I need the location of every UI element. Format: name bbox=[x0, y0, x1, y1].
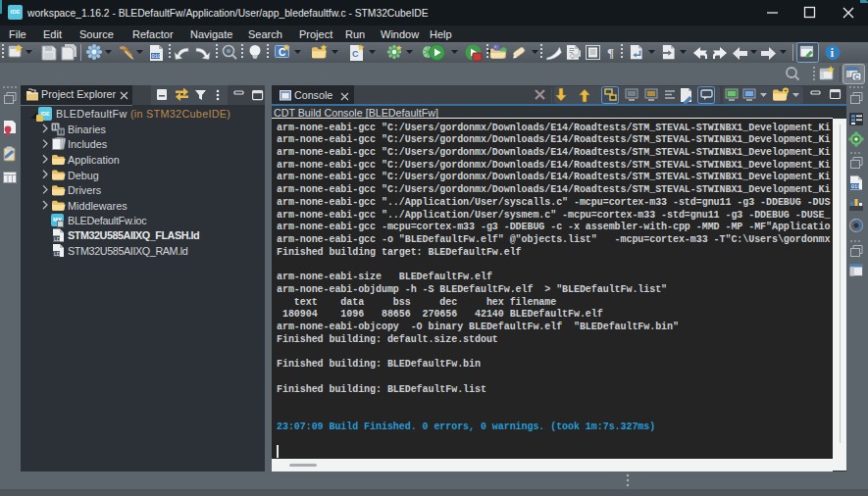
svg-text:C: C bbox=[279, 47, 285, 58]
svg-text:LD: LD bbox=[54, 236, 61, 242]
svg-text:010: 010 bbox=[152, 53, 162, 60]
svg-text:C: C bbox=[854, 74, 859, 80]
svg-text:010: 010 bbox=[851, 183, 861, 190]
svg-text:LD: LD bbox=[54, 251, 61, 257]
svg-text:¶: ¶ bbox=[607, 45, 614, 60]
svg-text:C: C bbox=[352, 49, 359, 59]
